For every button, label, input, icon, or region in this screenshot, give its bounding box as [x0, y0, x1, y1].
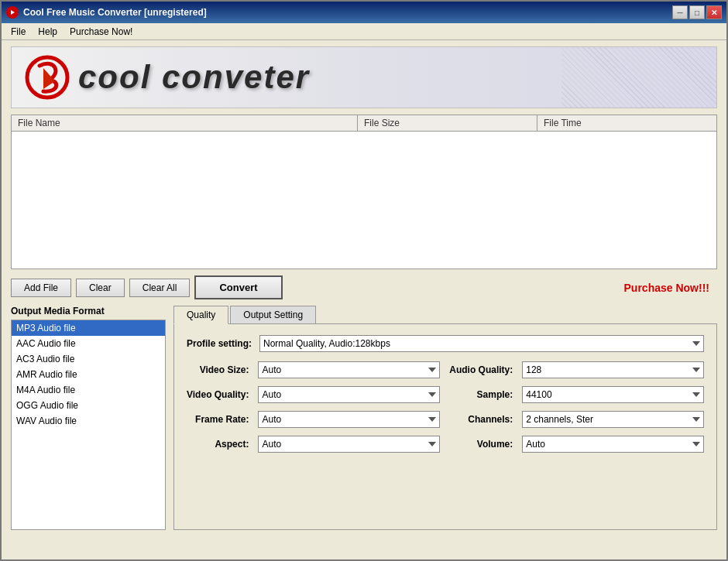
file-list-header: File Name File Size File Time: [12, 115, 716, 132]
main-content: cool conveter File Name File Size File T…: [2, 40, 726, 559]
app-window: Cool Free Music Converter [unregistered]…: [0, 0, 728, 561]
format-ac3[interactable]: AC3 Audio file: [12, 351, 165, 367]
tab-quality[interactable]: Quality: [173, 306, 228, 324]
channels-label: Channels:: [449, 414, 513, 425]
logo-icon: [24, 54, 70, 101]
volume-select[interactable]: Auto50%100%150%200%: [522, 436, 704, 453]
format-list[interactable]: MP3 Audio file AAC Audio file AC3 Audio …: [11, 320, 166, 530]
profile-label: Profile setting:: [187, 338, 252, 349]
audio-quality-select[interactable]: 12864192256320: [522, 361, 704, 378]
aspect-label: Aspect:: [187, 439, 249, 450]
channels-select[interactable]: 2 channels, Ster1 channel, Mono: [522, 411, 704, 428]
clear-button[interactable]: Clear: [76, 279, 125, 297]
logo-area: cool conveter: [11, 46, 717, 108]
window-title: Cool Free Music Converter [unregistered]: [23, 7, 207, 18]
file-list: File Name File Size File Time: [11, 115, 717, 269]
format-ogg[interactable]: OGG Audio file: [12, 398, 165, 413]
purchase-now-label[interactable]: Purchase Now!!!: [624, 282, 709, 294]
profile-setting-row: Profile setting: Normal Quality, Audio:1…: [187, 335, 704, 352]
audio-quality-label: Audio Quality:: [449, 364, 513, 375]
format-aac[interactable]: AAC Audio file: [12, 336, 165, 351]
file-list-body[interactable]: [12, 132, 716, 269]
title-bar-left: Cool Free Music Converter [unregistered]: [6, 6, 207, 19]
close-button[interactable]: ✕: [706, 5, 722, 19]
output-format-title: Output Media Format: [11, 306, 166, 316]
frame-rate-label: Frame Rate:: [187, 414, 249, 425]
minimize-button[interactable]: ─: [672, 5, 688, 19]
col-filesize: File Size: [358, 115, 537, 131]
bottom-section: Output Media Format MP3 Audio file AAC A…: [11, 306, 717, 530]
sample-select[interactable]: 44100220504800096000: [522, 386, 704, 403]
frame-rate-select[interactable]: Auto24253060: [258, 411, 440, 428]
title-bar: Cool Free Music Converter [unregistered]…: [2, 2, 726, 23]
settings-content: Profile setting: Normal Quality, Audio:1…: [173, 323, 717, 530]
menu-bar: File Help Purchase Now!: [2, 23, 726, 40]
tab-output-setting[interactable]: Output Setting: [230, 306, 316, 324]
maximize-button[interactable]: □: [689, 5, 705, 19]
output-format-panel: Output Media Format MP3 Audio file AAC A…: [11, 306, 166, 530]
profile-select[interactable]: Normal Quality, Audio:128kbps High Quali…: [259, 335, 704, 352]
title-controls: ─ □ ✕: [672, 5, 722, 19]
menu-purchase[interactable]: Purchase Now!: [64, 25, 139, 39]
video-quality-select[interactable]: AutoLowMediumHigh: [258, 386, 440, 403]
action-buttons: Add File Clear Clear All Convert Purchas…: [11, 275, 717, 299]
app-icon: [6, 6, 19, 19]
format-wav[interactable]: WAV Audio file: [12, 413, 165, 429]
menu-file[interactable]: File: [5, 25, 32, 39]
menu-help[interactable]: Help: [32, 25, 64, 39]
aspect-select[interactable]: Auto4:316:9: [258, 436, 440, 453]
col-filename: File Name: [12, 115, 358, 131]
tabs: Quality Output Setting: [173, 306, 717, 324]
format-m4a[interactable]: M4A Audio file: [12, 382, 165, 398]
settings-panel: Quality Output Setting Profile setting: …: [173, 306, 717, 530]
volume-label: Volume:: [449, 439, 513, 450]
format-amr[interactable]: AMR Audio file: [12, 367, 165, 382]
video-size-select[interactable]: Auto320x240640x480: [258, 361, 440, 378]
clear-all-button[interactable]: Clear All: [129, 279, 191, 297]
settings-grid: Video Size: Auto320x240640x480 Audio Qua…: [187, 361, 704, 453]
video-quality-label: Video Quality:: [187, 389, 249, 400]
convert-button[interactable]: Convert: [194, 275, 282, 299]
logo-text: cool conveter: [78, 59, 310, 96]
format-mp3[interactable]: MP3 Audio file: [12, 320, 165, 336]
add-file-button[interactable]: Add File: [11, 279, 71, 297]
col-filetime: File Time: [537, 115, 716, 131]
video-size-label: Video Size:: [187, 364, 249, 375]
sample-label: Sample:: [449, 389, 513, 400]
